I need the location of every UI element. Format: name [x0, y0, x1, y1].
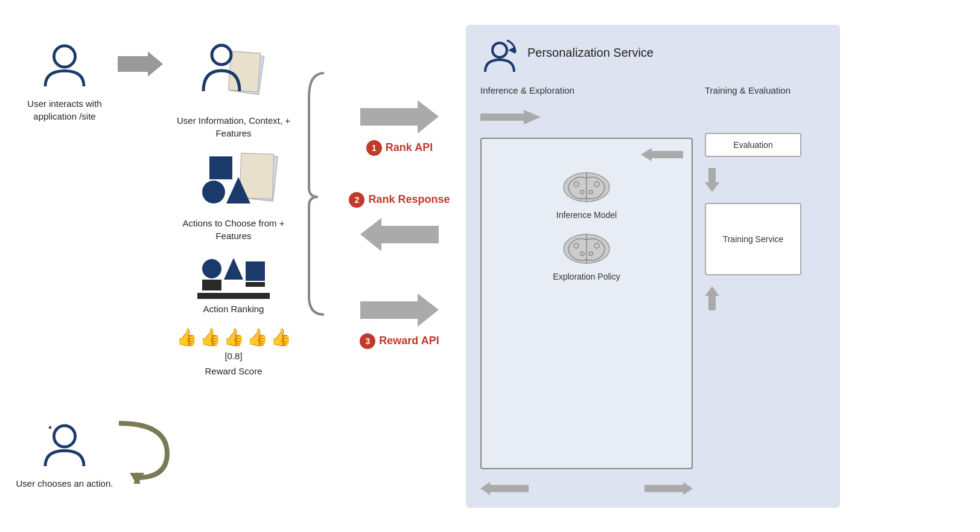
- reward-api-num: 3: [360, 333, 375, 349]
- exploration-brain-icon: [559, 231, 614, 267]
- curved-arrow-bottom: [107, 417, 173, 484]
- reward-api-item: 3 Reward API: [360, 290, 439, 349]
- inference-brain-icon: [559, 169, 614, 205]
- reward-value: [0.8]: [224, 350, 242, 362]
- svg-point-1: [54, 425, 75, 446]
- user-info-person-icon: [200, 43, 243, 97]
- ps-inference-subtitle: Inference & Exploration: [480, 84, 574, 97]
- svg-marker-14: [480, 110, 541, 124]
- rank-api-item: 1 Rank API: [360, 97, 439, 156]
- svg-marker-15: [641, 148, 683, 161]
- exploration-policy-label: Exploration Policy: [553, 272, 620, 281]
- reward-block: 👍 👍 👍 👍 👍 [0.8] Reward Score: [176, 327, 291, 377]
- rank-api-label: 1 Rank API: [366, 140, 433, 156]
- inner-left-arrow: [641, 147, 683, 162]
- actions-block: Actions to Choose from + Features: [173, 152, 294, 242]
- rank-square: [246, 261, 265, 281]
- svg-point-0: [54, 45, 75, 66]
- left-column: User interacts with application /site Us…: [13, 31, 116, 502]
- ranking-label: Action Ranking: [203, 303, 264, 315]
- rank-response-item: 2 Rank Response: [349, 192, 450, 254]
- svg-marker-9: [360, 100, 439, 133]
- svg-point-12: [492, 43, 507, 57]
- rank-triangle: [224, 258, 243, 280]
- training-service-box: Training Service: [705, 203, 801, 275]
- user-bottom-label: User chooses an action.: [16, 477, 113, 490]
- svg-marker-13: [508, 46, 515, 54]
- bottom-arrows-row: [480, 481, 693, 496]
- svg-marker-31: [705, 286, 719, 310]
- rank-api-text: Rank API: [386, 141, 433, 154]
- thumb-4: 👍: [247, 327, 268, 347]
- triangle-shape: [226, 177, 250, 204]
- svg-marker-10: [360, 218, 439, 251]
- ps-inference-col: Inference & Exploration: [480, 84, 693, 496]
- user-info-block: User Information, Context, + Features: [173, 43, 294, 139]
- arrow-to-features-top: [118, 49, 163, 79]
- svg-marker-28: [480, 482, 529, 495]
- api-column: 1 Rank API 2 Rank Response 3 Reward API: [333, 31, 466, 502]
- svg-marker-11: [360, 293, 439, 327]
- user-bottom-group: User chooses an action.: [16, 423, 113, 490]
- rank-base: [197, 293, 270, 299]
- inference-inner-box: Inference Model Exploration Policy: [480, 138, 693, 469]
- thumb-1: 👍: [176, 327, 197, 347]
- ps-columns: Inference & Exploration: [480, 84, 826, 496]
- bracket-col: [303, 31, 333, 502]
- rank-circle: [202, 259, 221, 278]
- user-info-label: User Information, Context, + Features: [173, 114, 294, 139]
- top-right-arrow: [480, 109, 541, 126]
- actions-label: Actions to Choose from + Features: [173, 217, 294, 242]
- reward-score-label: Reward Score: [205, 365, 262, 377]
- user-bottom-icon: [40, 423, 89, 471]
- svg-point-2: [49, 426, 52, 429]
- training-up-arrow: [705, 286, 719, 310]
- left-arrows-col: [116, 31, 164, 502]
- svg-point-6: [212, 45, 231, 65]
- ps-icon: [480, 37, 519, 75]
- bracket-symbol: [306, 67, 330, 321]
- svg-marker-7: [226, 177, 250, 204]
- thumb-5: 👍: [270, 327, 291, 347]
- ps-training-col: Training & Evaluation Evaluation Trainin…: [705, 84, 826, 496]
- inference-model-label: Inference Model: [556, 210, 617, 220]
- ps-training-subtitle: Training & Evaluation: [705, 84, 791, 97]
- thumb-3: 👍: [223, 327, 244, 347]
- ranking-block: Action Ranking: [197, 254, 270, 315]
- ps-title: Personalization Service: [527, 46, 654, 60]
- rank-bar-2: [246, 282, 265, 287]
- bottom-left-arrow: [480, 481, 529, 496]
- reward-api-text: Reward API: [379, 335, 439, 347]
- reward-api-label: 3 Reward API: [360, 333, 439, 349]
- evaluation-box: Evaluation: [705, 133, 801, 157]
- svg-marker-8: [224, 258, 243, 280]
- rank-response-arrow: [360, 215, 439, 254]
- bottom-right-arrow: [644, 481, 693, 496]
- top-arrow-row: [480, 109, 541, 126]
- thumbs-row: 👍 👍 👍 👍 👍: [176, 327, 291, 347]
- circle-shape: [202, 181, 225, 204]
- ps-header: Personalization Service: [480, 37, 826, 75]
- rank-api-num: 1: [366, 140, 382, 156]
- user-top-label: User interacts with application /site: [13, 97, 116, 123]
- main-diagram: User interacts with application /site Us…: [13, 13, 967, 520]
- svg-marker-30: [705, 168, 719, 192]
- rank-bar-1: [202, 280, 221, 290]
- inner-arrow-row: [490, 147, 683, 162]
- rank-response-num: 2: [349, 192, 364, 208]
- svg-marker-29: [644, 482, 693, 495]
- rank-response-text: Rank Response: [368, 193, 450, 206]
- reward-api-arrow: [360, 290, 439, 330]
- thumb-2: 👍: [200, 327, 221, 347]
- rank-response-label: 2 Rank Response: [349, 192, 450, 208]
- features-column: User Information, Context, + Features Ac…: [164, 31, 303, 502]
- eval-down-arrow: [705, 168, 719, 192]
- user-top-group: User interacts with application /site: [13, 43, 116, 123]
- rank-api-arrow: [360, 97, 439, 136]
- personalization-service-panel: Personalization Service Inference & Expl…: [466, 25, 840, 508]
- user-top-icon: [40, 43, 89, 91]
- svg-marker-3: [118, 51, 163, 77]
- square-shape: [209, 156, 232, 179]
